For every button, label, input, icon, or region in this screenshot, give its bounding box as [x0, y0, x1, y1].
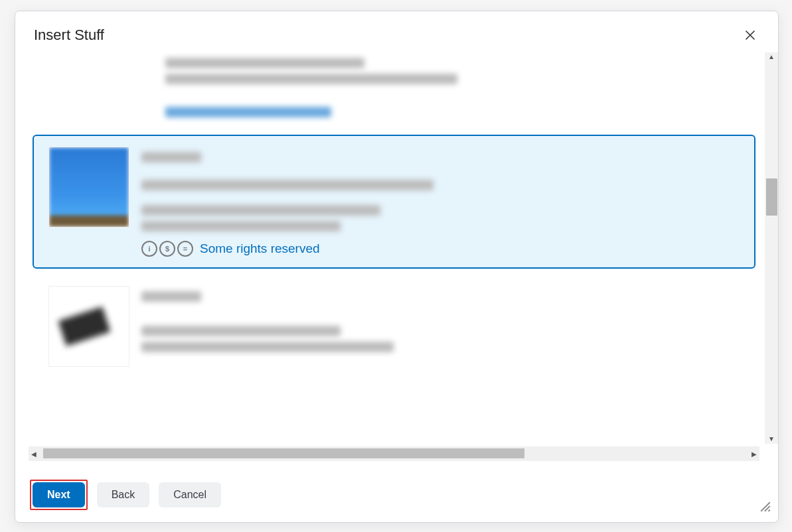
result-meta: [141, 286, 740, 367]
list-item[interactable]: [33, 274, 755, 379]
result-text: [141, 326, 341, 336]
next-button[interactable]: Next: [33, 482, 85, 507]
result-text: [165, 74, 457, 84]
results-scroll-area[interactable]: i $ = Some rights reserved: [29, 52, 759, 444]
result-meta: i $ = Some rights reserved: [141, 147, 740, 257]
cc-nc-icon: $: [159, 241, 175, 257]
dialog-footer: Next Back Cancel: [15, 470, 778, 522]
result-text: [141, 180, 434, 190]
result-link[interactable]: [165, 107, 331, 117]
scroll-down-icon[interactable]: ▼: [768, 436, 775, 442]
cc-by-icon: i: [141, 241, 157, 257]
insert-stuff-dialog: Insert Stuff: [15, 11, 779, 523]
result-title: [141, 152, 201, 163]
scroll-left-icon[interactable]: ◀: [31, 450, 37, 458]
result-text: [141, 205, 380, 216]
result-thumbnail: [48, 286, 129, 367]
results-list: i $ = Some rights reserved: [29, 58, 759, 379]
result-text: [165, 58, 364, 68]
scroll-right-icon[interactable]: ▶: [752, 450, 757, 458]
horizontal-scrollbar[interactable]: ◀ ▶: [29, 446, 759, 461]
next-highlight: Next: [30, 480, 88, 510]
horizontal-scroll-thumb[interactable]: [43, 448, 524, 458]
scroll-up-icon[interactable]: ▲: [768, 54, 775, 60]
cc-icons: i $ =: [141, 241, 193, 257]
list-item[interactable]: [33, 58, 755, 135]
dialog-body: i $ = Some rights reserved: [15, 52, 778, 470]
resize-handle[interactable]: [759, 501, 771, 515]
result-text: [141, 221, 341, 232]
result-thumbnail: [48, 147, 129, 228]
dialog-title: Insert Stuff: [34, 27, 104, 44]
cancel-button[interactable]: Cancel: [159, 482, 221, 507]
rights-link[interactable]: Some rights reserved: [200, 241, 320, 256]
list-item-selected[interactable]: i $ = Some rights reserved: [33, 135, 755, 269]
vertical-scroll-thumb[interactable]: [766, 178, 777, 216]
result-title: [141, 291, 201, 302]
result-text: [141, 342, 394, 352]
back-button[interactable]: Back: [97, 482, 150, 507]
vertical-scrollbar[interactable]: ▲ ▼: [765, 52, 778, 444]
cc-nd-icon: =: [177, 241, 193, 257]
rights-row: i $ = Some rights reserved: [141, 241, 740, 257]
dialog-header: Insert Stuff: [15, 11, 778, 48]
thumbnail-image: [49, 147, 129, 227]
close-button[interactable]: [741, 26, 759, 44]
close-icon: [744, 29, 756, 41]
resize-icon: [759, 501, 771, 513]
thumbnail-image: [49, 287, 129, 366]
